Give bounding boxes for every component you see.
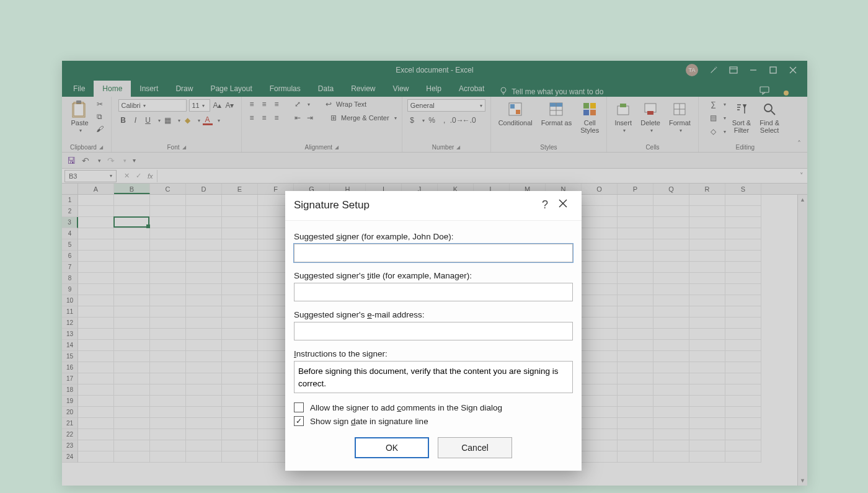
tab-help[interactable]: Help: [417, 81, 450, 97]
cell[interactable]: [78, 362, 114, 373]
column-header[interactable]: C: [150, 184, 186, 194]
suggested-title-input[interactable]: [294, 283, 573, 301]
fill-icon[interactable]: ▤: [709, 113, 719, 123]
cell[interactable]: [689, 217, 725, 228]
cell[interactable]: [114, 251, 150, 262]
cell[interactable]: [582, 228, 618, 239]
cell[interactable]: [618, 195, 653, 206]
column-header[interactable]: A: [78, 184, 114, 194]
cell[interactable]: [150, 228, 186, 239]
cell[interactable]: [150, 318, 186, 329]
cell[interactable]: [222, 318, 258, 329]
cell[interactable]: [186, 217, 222, 228]
cell[interactable]: [114, 228, 150, 239]
row-header[interactable]: 8: [62, 273, 78, 284]
cell[interactable]: [689, 329, 725, 340]
cell[interactable]: [689, 295, 725, 306]
cell[interactable]: [186, 251, 222, 262]
cell[interactable]: [78, 384, 114, 396]
cell[interactable]: [618, 384, 653, 396]
cell[interactable]: [689, 351, 725, 362]
close-icon[interactable]: [553, 198, 573, 211]
column-header[interactable]: D: [186, 184, 222, 194]
cell[interactable]: [582, 318, 618, 329]
cell[interactable]: [114, 195, 150, 206]
cell[interactable]: [618, 396, 653, 407]
cell[interactable]: [653, 195, 689, 206]
cell[interactable]: [618, 318, 653, 329]
cell[interactable]: [618, 273, 653, 284]
cell[interactable]: [689, 273, 725, 284]
cell[interactable]: [582, 217, 618, 228]
row-header[interactable]: 1: [62, 195, 78, 206]
cell[interactable]: [618, 451, 653, 463]
cell[interactable]: [689, 440, 725, 451]
cell[interactable]: [653, 273, 689, 284]
cell[interactable]: [689, 284, 725, 295]
cell[interactable]: [222, 228, 258, 239]
cut-icon[interactable]: ✂: [95, 99, 105, 109]
cell[interactable]: [222, 262, 258, 273]
column-header[interactable]: O: [582, 184, 618, 194]
cell[interactable]: [689, 429, 725, 440]
cell[interactable]: [150, 273, 186, 284]
cell[interactable]: [653, 239, 689, 251]
tab-insert[interactable]: Insert: [131, 81, 167, 97]
cell[interactable]: [582, 329, 618, 340]
cell[interactable]: [725, 251, 761, 262]
percent-icon[interactable]: %: [427, 115, 437, 125]
cell[interactable]: [725, 284, 761, 295]
cell[interactable]: [582, 440, 618, 451]
cell-styles-button[interactable]: Cell Styles: [578, 99, 601, 135]
cell[interactable]: [582, 451, 618, 463]
cancel-button[interactable]: Cancel: [438, 437, 512, 458]
cell[interactable]: [618, 440, 653, 451]
cell[interactable]: [725, 239, 761, 251]
cell[interactable]: [222, 362, 258, 373]
cell[interactable]: [725, 329, 761, 340]
orientation-icon[interactable]: ⤢: [293, 99, 303, 109]
cell[interactable]: [653, 429, 689, 440]
cell[interactable]: [653, 217, 689, 228]
cell[interactable]: [689, 306, 725, 318]
format-cells-button[interactable]: Format▾: [666, 99, 693, 135]
cell[interactable]: [653, 318, 689, 329]
cell[interactable]: [689, 251, 725, 262]
cell[interactable]: [582, 295, 618, 306]
cell[interactable]: [653, 340, 689, 351]
cell[interactable]: [78, 295, 114, 306]
cell[interactable]: [725, 407, 761, 418]
cell[interactable]: [114, 351, 150, 362]
row-header[interactable]: 6: [62, 251, 78, 262]
cell[interactable]: [653, 451, 689, 463]
cell[interactable]: [222, 340, 258, 351]
cell[interactable]: [653, 206, 689, 217]
cell[interactable]: [725, 384, 761, 396]
cell[interactable]: [689, 407, 725, 418]
cell[interactable]: [186, 329, 222, 340]
cell[interactable]: [725, 206, 761, 217]
cell[interactable]: [186, 440, 222, 451]
column-header[interactable]: E: [222, 184, 258, 194]
cell[interactable]: [618, 362, 653, 373]
cell[interactable]: [114, 429, 150, 440]
cell[interactable]: [618, 418, 653, 429]
cell[interactable]: [186, 273, 222, 284]
cell[interactable]: [186, 318, 222, 329]
cell[interactable]: [653, 418, 689, 429]
cell[interactable]: [114, 407, 150, 418]
cell[interactable]: [186, 407, 222, 418]
cell[interactable]: [186, 429, 222, 440]
column-header[interactable]: P: [618, 184, 653, 194]
cell[interactable]: [689, 451, 725, 463]
align-bottom-icon[interactable]: ≡: [272, 99, 281, 109]
cell[interactable]: [78, 340, 114, 351]
cell[interactable]: [618, 407, 653, 418]
cell[interactable]: [725, 396, 761, 407]
cell[interactable]: [689, 362, 725, 373]
cell[interactable]: [582, 418, 618, 429]
cell[interactable]: [186, 284, 222, 295]
cell[interactable]: [222, 329, 258, 340]
column-header[interactable]: R: [689, 184, 725, 194]
cell[interactable]: [653, 251, 689, 262]
